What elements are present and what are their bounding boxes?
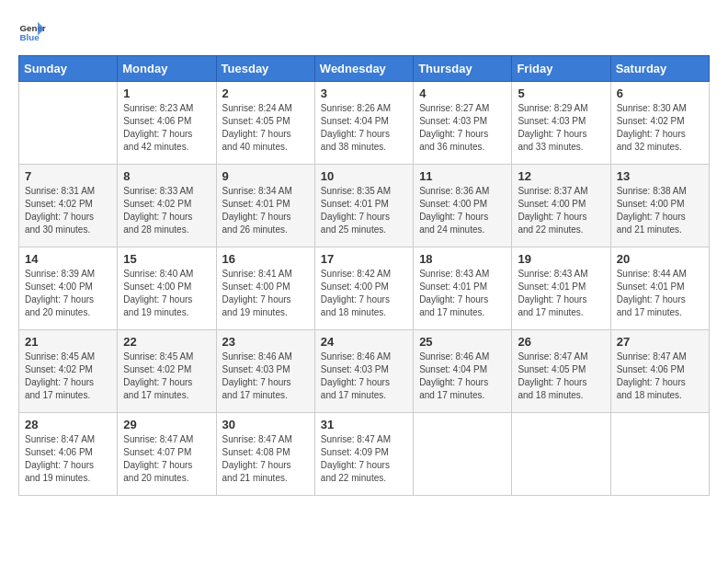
day-number: 25 xyxy=(419,335,506,349)
day-number: 28 xyxy=(25,418,111,431)
day-number: 11 xyxy=(419,169,506,183)
calendar-week-row: 1Sunrise: 8:23 AM Sunset: 4:06 PM Daylig… xyxy=(19,82,710,165)
day-number: 3 xyxy=(321,86,407,100)
day-number: 10 xyxy=(321,169,407,183)
calendar-header-saturday: Saturday xyxy=(610,56,709,82)
calendar-day-cell: 26Sunrise: 8:47 AM Sunset: 4:05 PM Dayli… xyxy=(512,330,610,413)
calendar-day-cell: 31Sunrise: 8:47 AM Sunset: 4:09 PM Dayli… xyxy=(314,413,413,496)
day-info: Sunrise: 8:38 AM Sunset: 4:00 PM Dayligh… xyxy=(617,185,703,236)
day-info: Sunrise: 8:34 AM Sunset: 4:01 PM Dayligh… xyxy=(222,185,309,236)
day-info: Sunrise: 8:47 AM Sunset: 4:06 PM Dayligh… xyxy=(617,350,703,402)
calendar-week-row: 21Sunrise: 8:45 AM Sunset: 4:02 PM Dayli… xyxy=(19,330,710,413)
day-number: 5 xyxy=(518,86,604,100)
calendar-day-cell: 3Sunrise: 8:26 AM Sunset: 4:04 PM Daylig… xyxy=(314,82,413,165)
calendar-week-row: 14Sunrise: 8:39 AM Sunset: 4:00 PM Dayli… xyxy=(19,247,710,330)
day-info: Sunrise: 8:26 AM Sunset: 4:04 PM Dayligh… xyxy=(321,102,407,154)
calendar-header-row: SundayMondayTuesdayWednesdayThursdayFrid… xyxy=(19,56,710,82)
day-number: 6 xyxy=(617,86,703,100)
day-number: 4 xyxy=(419,86,506,100)
calendar-day-cell: 14Sunrise: 8:39 AM Sunset: 4:00 PM Dayli… xyxy=(19,247,118,330)
day-number: 8 xyxy=(123,169,210,183)
calendar-day-cell xyxy=(414,413,512,496)
calendar-day-cell: 6Sunrise: 8:30 AM Sunset: 4:02 PM Daylig… xyxy=(610,82,709,165)
calendar-header-wednesday: Wednesday xyxy=(314,56,413,82)
day-info: Sunrise: 8:47 AM Sunset: 4:05 PM Dayligh… xyxy=(518,350,604,402)
calendar-day-cell: 11Sunrise: 8:36 AM Sunset: 4:00 PM Dayli… xyxy=(414,165,512,247)
calendar-day-cell: 18Sunrise: 8:43 AM Sunset: 4:01 PM Dayli… xyxy=(414,247,512,330)
day-info: Sunrise: 8:47 AM Sunset: 4:06 PM Dayligh… xyxy=(25,433,111,485)
day-info: Sunrise: 8:29 AM Sunset: 4:03 PM Dayligh… xyxy=(518,102,604,154)
calendar-day-cell: 24Sunrise: 8:46 AM Sunset: 4:03 PM Dayli… xyxy=(314,330,413,413)
day-info: Sunrise: 8:45 AM Sunset: 4:02 PM Dayligh… xyxy=(25,350,111,402)
day-info: Sunrise: 8:30 AM Sunset: 4:02 PM Dayligh… xyxy=(617,102,703,154)
calendar-day-cell: 19Sunrise: 8:43 AM Sunset: 4:01 PM Dayli… xyxy=(512,247,610,330)
calendar-day-cell xyxy=(19,82,118,165)
calendar-header-friday: Friday xyxy=(512,56,610,82)
calendar-header-monday: Monday xyxy=(118,56,216,82)
day-info: Sunrise: 8:44 AM Sunset: 4:01 PM Dayligh… xyxy=(617,268,703,319)
day-number: 23 xyxy=(222,335,309,349)
calendar-day-cell: 22Sunrise: 8:45 AM Sunset: 4:02 PM Dayli… xyxy=(118,330,216,413)
day-info: Sunrise: 8:39 AM Sunset: 4:00 PM Dayligh… xyxy=(25,268,111,319)
calendar-day-cell: 8Sunrise: 8:33 AM Sunset: 4:02 PM Daylig… xyxy=(118,165,216,247)
day-number: 26 xyxy=(518,335,604,349)
calendar-day-cell: 21Sunrise: 8:45 AM Sunset: 4:02 PM Dayli… xyxy=(19,330,118,413)
day-number: 13 xyxy=(617,169,703,183)
day-info: Sunrise: 8:46 AM Sunset: 4:03 PM Dayligh… xyxy=(222,350,309,402)
calendar-day-cell: 7Sunrise: 8:31 AM Sunset: 4:02 PM Daylig… xyxy=(19,165,118,247)
day-number: 24 xyxy=(321,335,407,349)
calendar-day-cell: 23Sunrise: 8:46 AM Sunset: 4:03 PM Dayli… xyxy=(216,330,314,413)
day-info: Sunrise: 8:45 AM Sunset: 4:02 PM Dayligh… xyxy=(123,350,210,402)
day-info: Sunrise: 8:35 AM Sunset: 4:01 PM Dayligh… xyxy=(321,185,407,236)
day-info: Sunrise: 8:36 AM Sunset: 4:00 PM Dayligh… xyxy=(419,185,506,236)
logo: General Blue xyxy=(18,18,46,46)
day-info: Sunrise: 8:42 AM Sunset: 4:00 PM Dayligh… xyxy=(321,268,407,319)
day-info: Sunrise: 8:27 AM Sunset: 4:03 PM Dayligh… xyxy=(419,102,506,154)
day-number: 7 xyxy=(25,169,111,183)
day-number: 15 xyxy=(123,252,210,266)
day-number: 14 xyxy=(25,252,111,266)
day-number: 21 xyxy=(25,335,111,349)
calendar-day-cell: 5Sunrise: 8:29 AM Sunset: 4:03 PM Daylig… xyxy=(512,82,610,165)
day-number: 31 xyxy=(321,418,407,431)
calendar-day-cell: 4Sunrise: 8:27 AM Sunset: 4:03 PM Daylig… xyxy=(414,82,512,165)
day-info: Sunrise: 8:43 AM Sunset: 4:01 PM Dayligh… xyxy=(518,268,604,319)
day-number: 29 xyxy=(123,418,210,431)
page-header: General Blue xyxy=(18,18,710,46)
day-info: Sunrise: 8:23 AM Sunset: 4:06 PM Dayligh… xyxy=(123,102,210,154)
calendar-day-cell: 20Sunrise: 8:44 AM Sunset: 4:01 PM Dayli… xyxy=(610,247,709,330)
calendar-day-cell: 27Sunrise: 8:47 AM Sunset: 4:06 PM Dayli… xyxy=(610,330,709,413)
calendar-day-cell: 28Sunrise: 8:47 AM Sunset: 4:06 PM Dayli… xyxy=(19,413,118,496)
day-number: 30 xyxy=(222,418,309,431)
calendar-day-cell: 10Sunrise: 8:35 AM Sunset: 4:01 PM Dayli… xyxy=(314,165,413,247)
day-info: Sunrise: 8:37 AM Sunset: 4:00 PM Dayligh… xyxy=(518,185,604,236)
calendar-day-cell: 2Sunrise: 8:24 AM Sunset: 4:05 PM Daylig… xyxy=(216,82,314,165)
day-info: Sunrise: 8:47 AM Sunset: 4:07 PM Dayligh… xyxy=(123,433,210,485)
day-info: Sunrise: 8:46 AM Sunset: 4:03 PM Dayligh… xyxy=(321,350,407,402)
calendar-table: SundayMondayTuesdayWednesdayThursdayFrid… xyxy=(18,55,710,496)
calendar-day-cell: 17Sunrise: 8:42 AM Sunset: 4:00 PM Dayli… xyxy=(314,247,413,330)
logo-icon: General Blue xyxy=(18,18,46,46)
day-info: Sunrise: 8:40 AM Sunset: 4:00 PM Dayligh… xyxy=(123,268,210,319)
day-info: Sunrise: 8:43 AM Sunset: 4:01 PM Dayligh… xyxy=(419,268,506,319)
day-number: 22 xyxy=(123,335,210,349)
day-number: 12 xyxy=(518,169,604,183)
day-info: Sunrise: 8:24 AM Sunset: 4:05 PM Dayligh… xyxy=(222,102,309,154)
day-number: 2 xyxy=(222,86,309,100)
day-info: Sunrise: 8:47 AM Sunset: 4:08 PM Dayligh… xyxy=(222,433,309,485)
calendar-day-cell: 15Sunrise: 8:40 AM Sunset: 4:00 PM Dayli… xyxy=(118,247,216,330)
calendar-week-row: 7Sunrise: 8:31 AM Sunset: 4:02 PM Daylig… xyxy=(19,165,710,247)
day-number: 27 xyxy=(617,335,703,349)
day-info: Sunrise: 8:46 AM Sunset: 4:04 PM Dayligh… xyxy=(419,350,506,402)
day-number: 17 xyxy=(321,252,407,266)
day-info: Sunrise: 8:41 AM Sunset: 4:00 PM Dayligh… xyxy=(222,268,309,319)
calendar-header-sunday: Sunday xyxy=(19,56,118,82)
day-number: 18 xyxy=(419,252,506,266)
calendar-header-tuesday: Tuesday xyxy=(216,56,314,82)
calendar-day-cell: 16Sunrise: 8:41 AM Sunset: 4:00 PM Dayli… xyxy=(216,247,314,330)
day-number: 20 xyxy=(617,252,703,266)
calendar-week-row: 28Sunrise: 8:47 AM Sunset: 4:06 PM Dayli… xyxy=(19,413,710,496)
calendar-day-cell: 13Sunrise: 8:38 AM Sunset: 4:00 PM Dayli… xyxy=(610,165,709,247)
svg-text:Blue: Blue xyxy=(20,32,40,42)
calendar-day-cell: 29Sunrise: 8:47 AM Sunset: 4:07 PM Dayli… xyxy=(118,413,216,496)
